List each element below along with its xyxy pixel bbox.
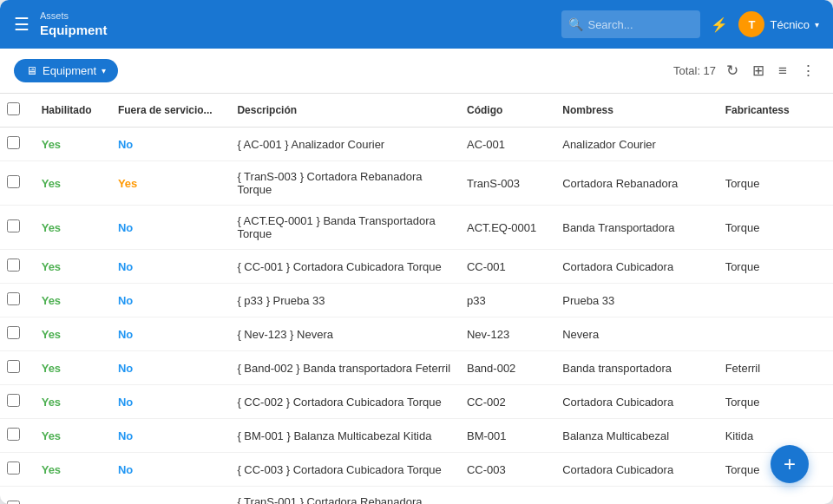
header-fabricantes[interactable]: Fabricantess [718, 94, 833, 128]
avatar: T [738, 11, 764, 37]
cell-descripcion: { TranS-003 } Cortadora Rebanadora Torqu… [230, 161, 460, 206]
cell-nombre: Nevera [555, 317, 718, 351]
row-checkbox[interactable] [7, 175, 20, 188]
row-checkbox[interactable] [7, 360, 20, 373]
equipment-button[interactable]: 🖥 Equipment ▾ [14, 59, 118, 82]
row-checkbox[interactable] [7, 428, 20, 441]
table-row[interactable]: YesNo{ AC-001 } Analizador CourierAC-001… [0, 128, 833, 161]
equipment-icon: 🖥 [26, 64, 37, 77]
topbar: ☰ Assets Equipment 🔍 ⚡ T Técnico ▾ [0, 0, 833, 49]
cell-nombre: Banda transportadora [555, 351, 718, 385]
cell-habilitado: Yes [35, 351, 111, 385]
cell-fuera: No [111, 385, 231, 419]
cell-fabricante: Kitida [718, 487, 833, 505]
table-row[interactable]: YesNo{ TranS-001 } Cortadora Rebanadora … [0, 487, 833, 505]
table-row[interactable]: YesYes{ TranS-003 } Cortadora Rebanadora… [0, 161, 833, 206]
cell-fuera: No [111, 128, 231, 161]
cell-fuera: No [111, 351, 231, 385]
header-checkbox[interactable] [0, 94, 35, 128]
subtoolbar: 🖥 Equipment ▾ Total: 17 ↻ ⊞ ≡ ⋮ [0, 49, 833, 94]
cell-habilitado: Yes [35, 487, 111, 505]
cell-descripcion: { ACT.EQ-0001 } Banda Transportadora Tor… [230, 206, 460, 250]
cell-fuera: No [111, 250, 231, 284]
table-row[interactable]: YesNo{ CC-002 } Cortadora Cubicadora Tor… [0, 385, 833, 419]
row-checkbox[interactable] [7, 326, 20, 339]
refresh-button[interactable]: ↻ [723, 58, 742, 83]
select-all-checkbox[interactable] [7, 102, 20, 115]
cell-codigo: Nev-123 [460, 317, 555, 351]
cell-fabricante: Torque [718, 250, 833, 284]
bolt-icon[interactable]: ⚡ [711, 16, 728, 33]
table-row[interactable]: YesNo{ CC-001 } Cortadora Cubicadora Tor… [0, 250, 833, 284]
cell-habilitado: Yes [35, 128, 111, 161]
menu-icon[interactable]: ☰ [14, 14, 30, 35]
table-row[interactable]: YesNo{ Band-002 } Banda transportadora F… [0, 351, 833, 385]
cell-fabricante: Feterril [718, 351, 833, 385]
cell-codigo: Band-002 [460, 351, 555, 385]
row-checkbox[interactable] [7, 259, 20, 272]
header-fuera[interactable]: Fuera de servicio... [111, 94, 231, 128]
table-row[interactable]: YesNo{ p33 } Prueba 33p33Prueba 33 [0, 284, 833, 317]
cell-fuera: No [111, 284, 231, 317]
cell-codigo: TranS-003 [460, 161, 555, 206]
row-checkbox[interactable] [7, 394, 20, 407]
cell-fuera: No [111, 453, 231, 487]
cell-fabricante: Torque [718, 385, 833, 419]
cell-fabricante [718, 284, 833, 317]
cell-fabricante [718, 317, 833, 351]
cell-fabricante [718, 128, 833, 161]
cell-nombre: Analizador Courier [555, 128, 718, 161]
cell-nombre: Cortadora Cubicadora [555, 250, 718, 284]
chevron-down-icon: ▾ [815, 20, 819, 29]
cell-nombre: Cortadora Cubicadora [555, 385, 718, 419]
cell-fuera: Yes [111, 161, 231, 206]
cell-habilitado: Yes [35, 250, 111, 284]
search-wrapper: 🔍 [561, 10, 700, 38]
user-name: Técnico [770, 18, 810, 31]
cell-nombre: Banda Transportadora [555, 206, 718, 250]
table-row[interactable]: YesNo{ BM-001 } Balanza Multicabezal Kit… [0, 419, 833, 453]
cell-habilitado: Yes [35, 419, 111, 453]
header-codigo[interactable]: Código [460, 94, 555, 128]
add-button[interactable]: + [771, 445, 809, 483]
cell-nombre: Cortadora Cubicadora [555, 453, 718, 487]
cell-descripcion: { BM-001 } Balanza Multicabezal Kitida [230, 419, 460, 453]
row-checkbox[interactable] [7, 292, 20, 305]
title-equipment: Equipment [40, 23, 108, 38]
cell-descripcion: { AC-001 } Analizador Courier [230, 128, 460, 161]
header-descripcion[interactable]: Descripción [230, 94, 460, 128]
grid-view-button[interactable]: ⊞ [749, 58, 768, 83]
header-habilitado[interactable]: Habilitado [35, 94, 111, 128]
row-checkbox[interactable] [7, 461, 20, 475]
table-row[interactable]: YesNo{ CC-003 } Cortadora Cubicadora Tor… [0, 453, 833, 487]
user-menu[interactable]: T Técnico ▾ [738, 11, 819, 37]
row-checkbox[interactable] [7, 219, 20, 232]
title-assets: Assets [40, 10, 108, 22]
table-container[interactable]: Habilitado Fuera de servicio... Descripc… [0, 94, 833, 504]
cell-habilitado: Yes [35, 284, 111, 317]
cell-fuera: No [111, 487, 231, 505]
cell-codigo: AC-001 [460, 128, 555, 161]
cell-fuera: No [111, 317, 231, 351]
more-options-button[interactable]: ⋮ [797, 58, 819, 83]
cell-codigo: CC-001 [460, 250, 555, 284]
cell-descripcion: { Nev-123 } Nevera [230, 317, 460, 351]
cell-codigo: BM-001 [460, 419, 555, 453]
total-count: Total: 17 [673, 64, 716, 77]
table-row[interactable]: YesNo{ Nev-123 } NeveraNev-123Nevera [0, 317, 833, 351]
cell-descripcion: { Band-002 } Banda transportadora Feterr… [230, 351, 460, 385]
header-nombres[interactable]: Nombress [555, 94, 718, 128]
row-checkbox[interactable] [7, 501, 20, 504]
filter-button[interactable]: ≡ [775, 59, 790, 83]
cell-habilitado: Yes [35, 385, 111, 419]
cell-descripcion: { TranS-001 } Cortadora Rebanadora Kitid… [230, 487, 460, 505]
cell-habilitado: Yes [35, 453, 111, 487]
cell-codigo: ACT.EQ-0001 [460, 206, 555, 250]
table-header-row: Habilitado Fuera de servicio... Descripc… [0, 94, 833, 128]
table-row[interactable]: YesNo{ ACT.EQ-0001 } Banda Transportador… [0, 206, 833, 250]
cell-codigo: CC-002 [460, 385, 555, 419]
equipment-chevron-icon: ▾ [102, 66, 106, 75]
cell-descripcion: { CC-002 } Cortadora Cubicadora Torque [230, 385, 460, 419]
equipment-label: Equipment [43, 64, 96, 77]
row-checkbox[interactable] [7, 136, 20, 149]
